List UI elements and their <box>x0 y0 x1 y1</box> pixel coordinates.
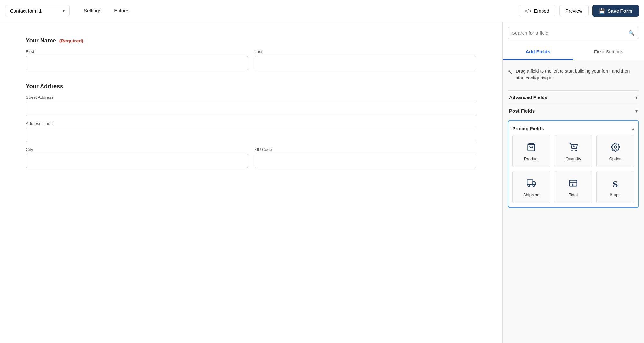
zip-input[interactable] <box>255 154 477 168</box>
city-field: City <box>26 147 248 168</box>
field-card-total-label: Total <box>569 192 578 197</box>
pricing-fields-label: Pricing Fields <box>512 126 544 131</box>
field-card-stripe-label: Stripe <box>610 192 621 197</box>
svg-point-2 <box>576 150 577 151</box>
embed-button[interactable]: </> Embed <box>519 5 555 16</box>
form-area: Your Name (Required) First Last Your Add… <box>0 22 502 343</box>
advanced-fields-label: Advanced Fields <box>509 95 547 100</box>
address-section: Your Address Street Address Address Line… <box>26 83 476 168</box>
svg-point-8 <box>533 185 535 187</box>
svg-rect-6 <box>527 180 533 185</box>
embed-label: Embed <box>534 8 549 14</box>
shipping-icon <box>527 179 536 190</box>
zip-label: ZIP Code <box>255 147 477 152</box>
city-zip-row: City ZIP Code <box>26 147 476 168</box>
post-fields-section[interactable]: Post Fields ▾ <box>508 104 639 117</box>
save-label: Save Form <box>608 8 632 14</box>
first-name-field: First <box>26 49 248 70</box>
name-section: Your Name (Required) First Last <box>26 37 476 70</box>
panel-tabs: Add Fields Field Settings <box>503 44 644 60</box>
last-label: Last <box>255 49 477 54</box>
main-layout: Your Name (Required) First Last Your Add… <box>0 22 644 343</box>
svg-point-7 <box>528 185 530 187</box>
search-input[interactable] <box>512 30 626 36</box>
right-panel: 🔍 Add Fields Field Settings ↖ Drag a fie… <box>502 22 644 343</box>
city-label: City <box>26 147 248 152</box>
search-bar[interactable]: 🔍 <box>508 27 639 39</box>
advanced-fields-chevron: ▾ <box>635 95 638 100</box>
option-icon <box>611 143 620 154</box>
code-icon: </> <box>525 8 531 14</box>
nav-entries[interactable]: Entries <box>108 0 136 22</box>
save-icon: 💾 <box>599 8 605 14</box>
street-label: Street Address <box>26 95 476 100</box>
address2-input[interactable] <box>26 128 476 142</box>
street-address-input[interactable] <box>26 102 476 116</box>
address-title: Your Address <box>26 83 476 90</box>
svg-point-1 <box>572 150 572 151</box>
field-card-quantity-label: Quantity <box>565 156 581 161</box>
last-name-field: Last <box>255 49 477 70</box>
drag-hint: ↖ Drag a field to the left to start buil… <box>508 65 639 84</box>
name-field-title: Your Name <box>26 37 56 44</box>
pricing-fields-grid: Product Quant <box>512 135 634 203</box>
cursor-icon: ↖ <box>508 69 513 76</box>
post-fields-chevron: ▾ <box>635 108 638 114</box>
field-card-shipping[interactable]: Shipping <box>512 171 550 203</box>
header-actions: </> Embed Preview 💾 Save Form <box>519 5 639 17</box>
field-card-product-label: Product <box>524 156 539 161</box>
pricing-fields-chevron: ▴ <box>632 126 634 131</box>
name-field-header: Your Name (Required) <box>26 37 476 44</box>
field-card-product[interactable]: Product <box>512 135 550 167</box>
nav-settings[interactable]: Settings <box>77 0 108 22</box>
street-address-field: Street Address <box>26 95 476 116</box>
address2-label: Address Line 2 <box>26 121 476 126</box>
name-fields-row: First Last <box>26 49 476 70</box>
svg-text:$: $ <box>572 183 574 186</box>
search-bar-container: 🔍 <box>503 22 644 44</box>
field-card-quantity[interactable]: Quantity <box>554 135 592 167</box>
preview-button[interactable]: Preview <box>559 5 589 16</box>
product-icon <box>527 143 536 154</box>
save-form-button[interactable]: 💾 Save Form <box>592 5 639 17</box>
total-icon: $ <box>569 179 578 190</box>
drag-hint-text: Drag a field to the left to start buildi… <box>516 68 639 81</box>
field-card-stripe[interactable]: S Stripe <box>596 171 634 203</box>
search-icon: 🔍 <box>628 30 635 36</box>
form-selector-dropdown[interactable]: Contact form 1 ▾ <box>5 5 70 16</box>
pricing-fields-section: Pricing Fields ▴ Product <box>508 120 639 208</box>
address2-field: Address Line 2 <box>26 121 476 142</box>
advanced-fields-section[interactable]: Advanced Fields ▾ <box>508 90 639 104</box>
post-fields-label: Post Fields <box>509 108 535 114</box>
field-card-total[interactable]: $ Total <box>554 171 592 203</box>
panel-content: ↖ Drag a field to the left to start buil… <box>503 60 644 343</box>
zip-field: ZIP Code <box>255 147 477 168</box>
header-nav: Settings Entries <box>77 0 136 22</box>
svg-point-5 <box>614 146 616 148</box>
pricing-fields-header[interactable]: Pricing Fields ▴ <box>512 125 634 135</box>
first-label: First <box>26 49 248 54</box>
tab-field-settings[interactable]: Field Settings <box>573 44 644 60</box>
required-badge: (Required) <box>59 38 83 43</box>
tab-add-fields[interactable]: Add Fields <box>503 44 573 60</box>
stripe-icon: S <box>613 179 618 190</box>
quantity-icon <box>569 143 578 154</box>
field-card-option[interactable]: Option <box>596 135 634 167</box>
app-header: Contact form 1 ▾ Settings Entries </> Em… <box>0 0 644 22</box>
field-card-option-label: Option <box>609 156 621 161</box>
first-name-input[interactable] <box>26 56 248 70</box>
city-input[interactable] <box>26 154 248 168</box>
chevron-down-icon: ▾ <box>63 9 65 13</box>
last-name-input[interactable] <box>255 56 477 70</box>
form-selector-label: Contact form 1 <box>10 8 42 14</box>
field-card-shipping-label: Shipping <box>523 192 540 197</box>
